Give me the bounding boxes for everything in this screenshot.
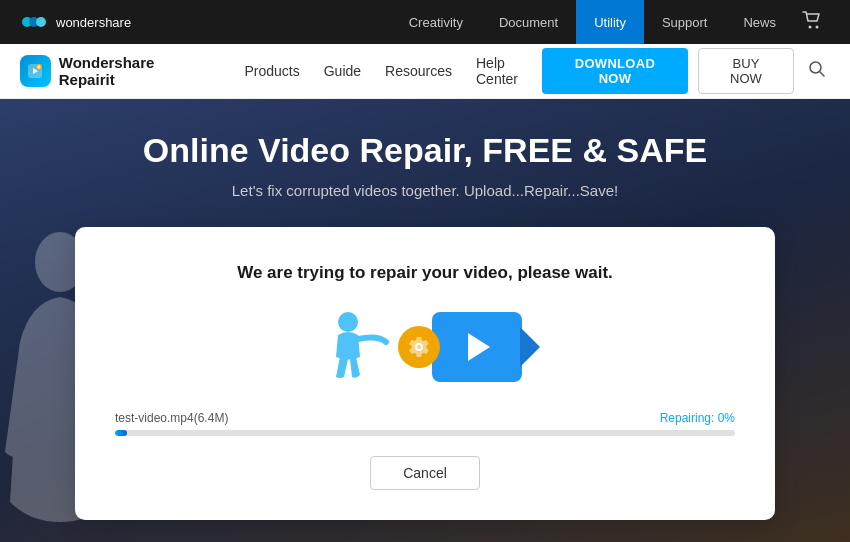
top-navigation: wondershare Creativity Document Utility … [0, 0, 850, 44]
nav-news[interactable]: News [725, 0, 794, 44]
svg-point-4 [816, 26, 819, 29]
video-camera-illustration [432, 312, 522, 382]
repair-card-title: We are trying to repair your video, plea… [115, 263, 735, 283]
progress-bar-fill [115, 430, 127, 436]
svg-point-7 [810, 62, 821, 73]
sub-navigation: Wondershare Repairit Products Guide Reso… [0, 44, 850, 99]
cancel-area: Cancel [115, 456, 735, 490]
progress-labels: test-video.mp4(6.4M) Repairing: 0% [115, 411, 735, 425]
product-logo[interactable]: Wondershare Repairit [20, 54, 208, 88]
gear-icon [398, 326, 440, 368]
filename-label: test-video.mp4(6.4M) [115, 411, 228, 425]
logo-icon [20, 12, 48, 32]
search-icon[interactable] [804, 56, 830, 86]
nav-utility[interactable]: Utility [576, 0, 644, 44]
nav-creativity[interactable]: Creativity [391, 0, 481, 44]
hero-title: Online Video Repair, FREE & SAFE [143, 131, 707, 170]
cart-icon[interactable] [794, 11, 830, 33]
brand-label: wondershare [56, 15, 131, 30]
svg-point-9 [338, 312, 358, 332]
person-illustration [328, 307, 398, 387]
status-label: Repairing: 0% [660, 411, 735, 425]
svg-point-2 [36, 17, 46, 27]
sub-nav-links: Products Guide Resources Help Center [244, 55, 518, 87]
buy-now-button[interactable]: BUY NOW [698, 48, 794, 94]
product-name: Wondershare Repairit [59, 54, 209, 88]
repair-card: We are trying to repair your video, plea… [75, 227, 775, 520]
subnav-help-center[interactable]: Help Center [476, 55, 518, 87]
hero-content: Online Video Repair, FREE & SAFE Let's f… [143, 99, 707, 227]
play-icon [468, 333, 490, 361]
camera-notch [520, 327, 540, 367]
subnav-guide[interactable]: Guide [324, 63, 361, 79]
download-now-button[interactable]: DOWNLOAD NOW [542, 48, 688, 94]
subnav-products[interactable]: Products [244, 63, 299, 79]
cancel-button[interactable]: Cancel [370, 456, 480, 490]
nav-support[interactable]: Support [644, 0, 726, 44]
nav-document[interactable]: Document [481, 0, 576, 44]
hero-section: Online Video Repair, FREE & SAFE Let's f… [0, 99, 850, 542]
top-nav-links: Creativity Document Utility Support News [391, 0, 830, 44]
progress-bar-background [115, 430, 735, 436]
subnav-resources[interactable]: Resources [385, 63, 452, 79]
svg-point-3 [809, 26, 812, 29]
hero-subtitle: Let's fix corrupted videos together. Upl… [143, 182, 707, 199]
wondershare-logo[interactable]: wondershare [20, 12, 131, 32]
progress-area: test-video.mp4(6.4M) Repairing: 0% [115, 411, 735, 436]
repair-illustration [115, 307, 735, 387]
product-logo-icon [20, 55, 51, 87]
sub-nav-actions: DOWNLOAD NOW BUY NOW [542, 48, 830, 94]
